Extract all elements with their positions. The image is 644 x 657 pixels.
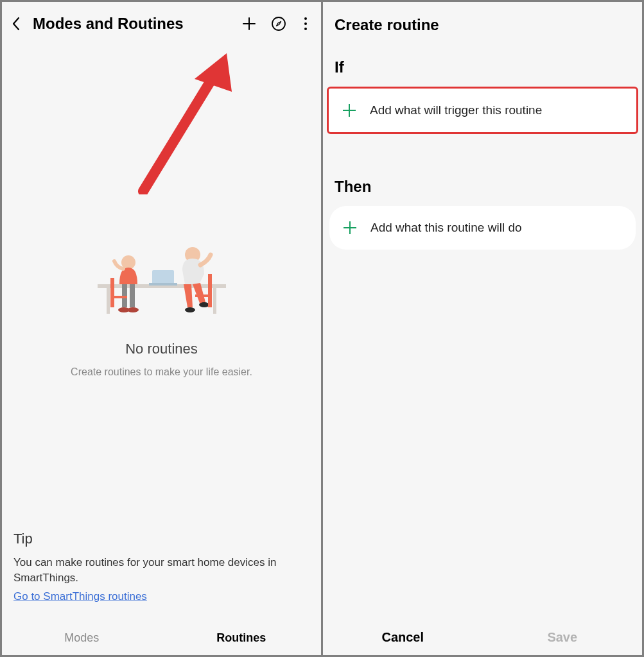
bottom-tabs: Modes Routines <box>2 616 321 655</box>
add-trigger-card[interactable]: Add what will trigger this routine <box>327 87 638 134</box>
add-action-label: Add what this routine will do <box>370 221 522 235</box>
empty-state-subtitle: Create routines to make your life easier… <box>71 366 252 378</box>
cancel-button[interactable]: Cancel <box>323 630 483 645</box>
svg-rect-12 <box>110 296 127 298</box>
tip-heading: Tip <box>13 531 309 547</box>
empty-state-illustration-icon <box>91 238 232 321</box>
tab-modes[interactable]: Modes <box>2 627 162 649</box>
svg-rect-8 <box>130 284 135 307</box>
back-button[interactable] <box>8 15 25 32</box>
content-area: If Add what will trigger this routine Th… <box>323 52 642 616</box>
tip-text: You can make routines for your smart hom… <box>13 555 309 586</box>
add-action-card[interactable]: Add what this routine will do <box>329 206 636 250</box>
chevron-left-icon <box>12 16 22 31</box>
then-heading: Then <box>323 171 642 206</box>
compass-icon <box>271 16 286 31</box>
tip-section: Tip You can make routines for your smart… <box>2 531 321 616</box>
empty-state: No routines Create routines to make your… <box>2 46 321 531</box>
page-title: Create routine <box>335 16 631 34</box>
plus-icon <box>342 220 358 235</box>
header: Modes and Routines <box>2 2 321 46</box>
svg-rect-16 <box>208 274 212 307</box>
empty-state-title: No routines <box>125 341 198 357</box>
svg-rect-2 <box>107 288 110 314</box>
svg-point-10 <box>127 307 139 312</box>
explore-button[interactable] <box>270 15 288 33</box>
svg-rect-5 <box>149 283 177 286</box>
svg-point-15 <box>199 302 209 307</box>
modes-and-routines-screen: Modes and Routines <box>2 2 321 655</box>
svg-rect-4 <box>152 270 174 284</box>
add-trigger-label: Add what will trigger this routine <box>370 103 542 117</box>
save-button[interactable]: Save <box>483 630 643 645</box>
if-heading: If <box>323 52 642 87</box>
svg-point-0 <box>272 17 285 30</box>
add-button[interactable] <box>240 15 258 33</box>
svg-rect-17 <box>195 294 212 297</box>
plus-icon <box>342 103 357 118</box>
svg-rect-3 <box>213 288 216 314</box>
tab-routines[interactable]: Routines <box>162 627 322 649</box>
page-title: Modes and Routines <box>33 15 229 33</box>
bottom-actions: Cancel Save <box>323 616 642 655</box>
svg-rect-11 <box>110 278 114 307</box>
plus-icon <box>242 17 256 31</box>
smartthings-link[interactable]: Go to SmartThings routines <box>13 590 147 602</box>
header: Create routine <box>323 2 642 52</box>
svg-point-14 <box>185 307 195 312</box>
create-routine-screen: Create routine If Add what will trigger … <box>323 2 642 655</box>
more-options-button[interactable] <box>302 15 309 33</box>
